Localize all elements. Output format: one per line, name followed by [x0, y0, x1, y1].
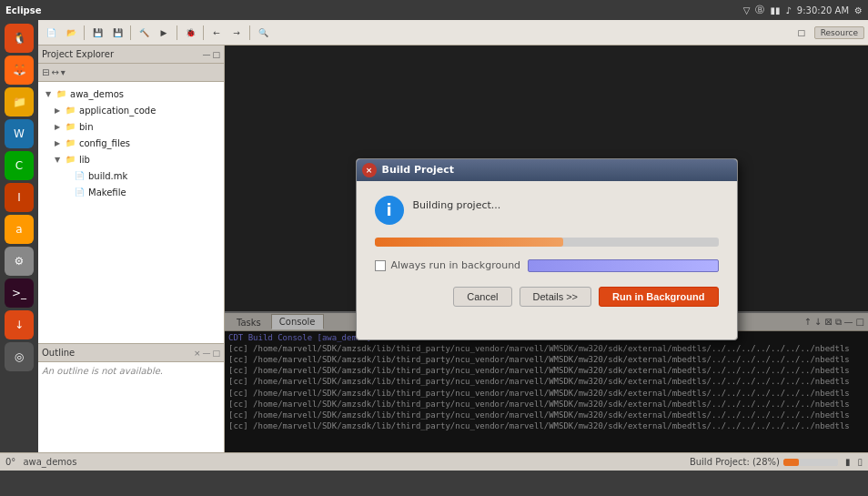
folder-icon-awa: 📁 [55, 87, 67, 100]
eclipse-content: 📄 📂 💾 💾 🔨 ▶ 🐞 ← → 🔍 □ Resource [38, 20, 868, 452]
info-letter: i [386, 200, 391, 219]
folder-icon-config: 📁 [64, 137, 76, 149]
tree-item-bin[interactable]: ▶ 📁 bin [38, 118, 224, 135]
tree-arrow-config: ▶ [55, 139, 64, 147]
always-run-checkbox[interactable] [375, 260, 386, 271]
tree-label-bin: bin [79, 122, 93, 132]
tree-item-build-mk[interactable]: 📄 build.mk [38, 167, 224, 184]
system-bar-right: ▽ Ⓑ ▮▮ ♪ 9:30:20 AM ⚙ [743, 4, 863, 16]
toolbar-sep-3 [177, 25, 177, 40]
toolbar-back-btn[interactable]: ← [207, 24, 226, 42]
tree-arrow-awa: ▼ [45, 90, 55, 98]
dialog-progress-fill [375, 238, 564, 247]
outline-close-icon[interactable]: × [194, 349, 201, 358]
explorer-menu-icon[interactable]: ▾ [61, 67, 66, 77]
run-in-background-button[interactable]: Run in Background [599, 287, 718, 307]
checkbox-bg-fill [528, 259, 718, 272]
details-button[interactable]: Details >> [520, 287, 592, 307]
dialog-info-icon: i [375, 196, 404, 225]
tree-item-app-code[interactable]: ▶ 📁 application_code [38, 102, 224, 118]
folder-icon-app: 📁 [64, 104, 76, 116]
dock-icon-system-settings[interactable]: ⚙ [5, 247, 34, 276]
dock-icon-eclipse[interactable]: ◎ [5, 342, 34, 371]
dock-icon-ubuntu[interactable]: 🐧 [5, 24, 34, 53]
status-degrees: 0° [5, 457, 15, 467]
dialog-titlebar: × Build Project [357, 159, 737, 181]
dock-icon-software-updater[interactable]: ↓ [5, 310, 34, 339]
outline-minimize-icon[interactable]: — [202, 349, 210, 358]
dialog-body: i Building project... [357, 181, 737, 321]
volume-icon: ♪ [785, 5, 791, 15]
toolbar-new-btn[interactable]: 📄 [42, 24, 60, 42]
folder-icon-lib: 📁 [64, 153, 76, 166]
toolbar-run-btn[interactable]: ▶ [155, 24, 173, 42]
toolbar-perspective-icon[interactable]: □ [792, 24, 811, 42]
wifi-icon: ▽ [743, 5, 751, 15]
status-bar: 0° awa_demos Build Project: (28%) ▮ ▯ [0, 452, 868, 471]
tree-label-awa: awa_demos [70, 89, 124, 99]
mini-progress-bar [783, 459, 838, 466]
project-explorer-maximize[interactable]: □ [212, 50, 220, 59]
project-explorer-minimize[interactable]: — [202, 50, 210, 59]
toolbar-forward-btn[interactable]: → [227, 24, 246, 42]
left-dock: 🐧🦊📁WCIa⚙>_↓◎ [0, 20, 38, 452]
outline-content: An outline is not available. [38, 362, 224, 452]
dialog-info-row: i Building project... [375, 196, 719, 225]
eclipse-toolbar: 📄 📂 💾 💾 🔨 ▶ 🐞 ← → 🔍 □ Resource [38, 20, 868, 46]
status-icon-1: ▮ [845, 457, 851, 467]
toolbar-build-btn[interactable]: 🔨 [135, 24, 153, 42]
link-with-editor-icon[interactable]: ↔ [51, 67, 58, 77]
dock-icon-libreoffice-calc[interactable]: C [5, 151, 34, 180]
battery-icon: ▮▮ [770, 5, 780, 15]
toolbar-debug-btn[interactable]: 🐞 [181, 24, 199, 42]
tree-label-app: application_code [79, 106, 156, 116]
cancel-button[interactable]: Cancel [453, 287, 511, 307]
panels-area: Project Explorer — □ ⊟ ↔ ▾ ▼ 📁 [38, 46, 868, 452]
tree-item-makefile[interactable]: 📄 Makefile [38, 184, 224, 200]
status-project-name: awa_demos [23, 457, 76, 467]
bluetooth-icon: Ⓑ [755, 4, 764, 16]
mini-progress-fill [783, 459, 799, 466]
build-status-text: Build Project: (28%) [690, 457, 780, 467]
dialog-close-btn[interactable]: × [362, 163, 377, 177]
dialog-title: Build Project [382, 164, 455, 176]
file-icon-makefile: 📄 [73, 186, 86, 198]
dock-icon-libreoffice-writer[interactable]: W [5, 119, 34, 148]
dialog-buttons: Cancel Details >> Run in Background [375, 287, 719, 307]
dialog-progress-bar [375, 238, 719, 247]
dock-icon-terminal[interactable]: >_ [5, 278, 34, 308]
toolbar-save-btn[interactable]: 💾 [88, 24, 106, 42]
explorer-toolbar: ⊟ ↔ ▾ [38, 64, 224, 82]
always-run-label: Always run in background [391, 259, 521, 271]
outline-panel: Outline × — □ An outline is not availabl… [38, 343, 224, 452]
status-bar-right: Build Project: (28%) ▮ ▯ [690, 457, 863, 467]
tree-label-makefile: Makefile [88, 187, 126, 197]
settings-icon[interactable]: ⚙ [854, 5, 863, 15]
outline-title: Outline [42, 348, 194, 358]
toolbar-save-all-btn[interactable]: 💾 [108, 24, 126, 42]
outline-unavailable-text: An outline is not available. [42, 366, 163, 376]
system-bar-title: Eclipse [5, 5, 743, 15]
toolbar-open-btn[interactable]: 📂 [62, 24, 80, 42]
project-explorer-header: Project Explorer — □ [38, 46, 224, 64]
dock-icon-libreoffice-impress[interactable]: I [5, 183, 34, 212]
left-panel: Project Explorer — □ ⊟ ↔ ▾ ▼ 📁 [38, 46, 225, 452]
tree-arrow-lib: ▼ [55, 156, 64, 164]
folder-icon-bin: 📁 [64, 120, 76, 133]
tree-item-awa-demos[interactable]: ▼ 📁 awa_demos [38, 86, 224, 102]
toolbar-sep-1 [84, 25, 85, 40]
tree-item-lib[interactable]: ▼ 📁 lib [38, 151, 224, 167]
tree-item-config[interactable]: ▶ 📁 config_files [38, 135, 224, 151]
project-explorer-title: Project Explorer [42, 49, 200, 59]
outline-header: Outline × — □ [38, 344, 224, 362]
project-explorer-tree: ▼ 📁 awa_demos ▶ 📁 application_code ▶ 📁 [38, 82, 224, 343]
system-bar: Eclipse ▽ Ⓑ ▮▮ ♪ 9:30:20 AM ⚙ [0, 0, 868, 20]
dock-icon-files[interactable]: 📁 [5, 87, 34, 116]
outline-maximize-icon[interactable]: □ [212, 349, 220, 358]
dock-icon-amazon[interactable]: a [5, 215, 34, 244]
collapse-all-icon[interactable]: ⊟ [42, 67, 49, 77]
toolbar-search-btn[interactable]: 🔍 [254, 24, 272, 42]
perspective-resource-btn[interactable]: Resource [814, 26, 864, 39]
dock-icon-firefox[interactable]: 🦊 [5, 56, 34, 85]
toolbar-sep-5 [249, 25, 250, 40]
